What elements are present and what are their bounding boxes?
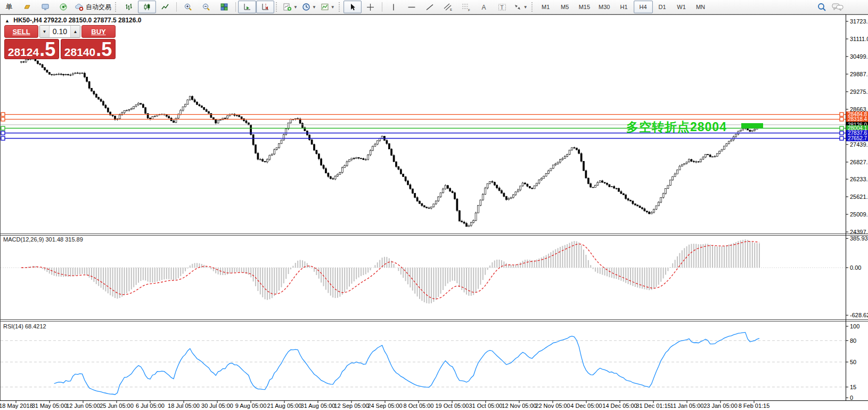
lot-size-value[interactable]: 0.10 xyxy=(49,26,71,37)
svg-text:A: A xyxy=(481,4,486,11)
dropdown-caret-icon: ▼ xyxy=(523,5,528,10)
vertical-line-icon xyxy=(390,3,397,11)
svg-text:12 Sep 05:00: 12 Sep 05:00 xyxy=(334,403,369,409)
arrows-tool-button[interactable]: ▼ xyxy=(511,1,530,13)
rsi-indicator-label: RSI(14) 68.4212 xyxy=(3,323,46,329)
svg-text:21 Aug 05:00: 21 Aug 05:00 xyxy=(267,403,302,409)
svg-text:31111.0: 31111.0 xyxy=(850,36,868,42)
text-label-tool-button[interactable]: T xyxy=(493,1,511,13)
svg-text:31 Dec 01:15: 31 Dec 01:15 xyxy=(636,403,670,409)
svg-text:4 Dec 05:00: 4 Dec 05:00 xyxy=(570,403,602,409)
new-order-button[interactable]: 单 xyxy=(0,1,18,13)
autotrading-button[interactable]: 自动交易 xyxy=(72,1,113,13)
svg-text:14 Dec 05:00: 14 Dec 05:00 xyxy=(602,403,637,409)
time-axis[interactable]: 18 May 201831 May 05:0012 Jun 05:0025 Ju… xyxy=(0,401,769,409)
svg-text:26827.0: 26827.0 xyxy=(850,159,868,165)
svg-text:100: 100 xyxy=(850,323,859,329)
candlestick-chart-type-button[interactable] xyxy=(138,1,156,13)
toolbar-separator xyxy=(235,2,236,12)
timeframe-m15-button[interactable]: M15 xyxy=(575,1,594,13)
svg-text:385.93: 385.93 xyxy=(850,235,868,242)
svg-text:0.00: 0.00 xyxy=(850,264,861,271)
svg-text:9 Aug 05:00: 9 Aug 05:00 xyxy=(235,403,267,409)
ohlc-bars-icon xyxy=(125,3,133,11)
equidistant-channel-tool-button[interactable]: E xyxy=(439,1,457,13)
buy-label: BUY xyxy=(91,28,105,36)
chart-canvas[interactable]: 31723.031111.030499.029887.029275.028663… xyxy=(0,0,868,410)
pivot-annotation-text: 多空转折点28004 xyxy=(626,119,727,135)
line-handle[interactable] xyxy=(840,131,844,135)
timeframe-d1-button[interactable]: D1 xyxy=(653,1,672,13)
templates-button[interactable]: ▼ xyxy=(318,1,337,13)
lot-decrease-button[interactable]: ▼ xyxy=(40,26,49,37)
vertical-line-tool-button[interactable] xyxy=(384,1,403,13)
buy-button[interactable]: BUY xyxy=(81,25,116,38)
crosshair-tool-button[interactable] xyxy=(362,1,380,13)
line-chart-icon xyxy=(161,3,169,11)
timeframe-mn-button[interactable]: MN xyxy=(691,1,710,13)
bar-chart-type-button[interactable] xyxy=(120,1,138,13)
line-chart-type-button[interactable] xyxy=(156,1,174,13)
fibonacci-tool-button[interactable]: F xyxy=(457,1,475,13)
rsi-line xyxy=(54,332,759,395)
arrows-icon xyxy=(513,3,522,11)
line-handle[interactable] xyxy=(1,117,5,121)
trendline-tool-button[interactable] xyxy=(421,1,439,13)
tile-windows-button[interactable] xyxy=(215,1,233,13)
periods-button[interactable]: ▼ xyxy=(300,1,318,13)
price-axis[interactable]: 31723.031111.030499.029887.029275.028663… xyxy=(846,18,868,235)
line-handle[interactable] xyxy=(840,126,844,130)
indicators-button[interactable]: ▼ xyxy=(281,1,300,13)
macd-signal-line xyxy=(21,242,759,299)
timeframe-w1-button[interactable]: W1 xyxy=(672,1,691,13)
svg-text:12 Jun 05:00: 12 Jun 05:00 xyxy=(66,403,100,409)
signal-button[interactable] xyxy=(54,1,72,13)
sell-button[interactable]: SELL xyxy=(4,25,38,38)
toolbar-grip xyxy=(531,2,534,12)
zoom-out-button[interactable] xyxy=(197,1,215,13)
channel-icon: E xyxy=(443,3,453,11)
line-handle[interactable] xyxy=(840,117,844,121)
svg-text:6 Jul 05:00: 6 Jul 05:00 xyxy=(136,403,165,409)
line-handle[interactable] xyxy=(1,112,5,116)
cursor-tool-button[interactable] xyxy=(343,1,362,13)
chart-symbol-period: HK50-,H4 xyxy=(13,17,42,24)
chart-shift-button[interactable] xyxy=(256,1,274,13)
horizontal-line-icon xyxy=(407,3,416,11)
svg-text:11 Jan 05:00: 11 Jan 05:00 xyxy=(670,403,704,409)
chart-ohlc-values: 27922.0 28150.0 27877.5 28126.0 xyxy=(44,17,142,24)
sell-price-box[interactable]: 28124 .5 xyxy=(4,39,59,59)
timeframe-h4-button[interactable]: H4 xyxy=(634,1,653,13)
timeframe-m30-button[interactable]: M30 xyxy=(594,1,614,13)
line-handle[interactable] xyxy=(840,136,844,140)
collapse-arrow-icon: ▲ xyxy=(5,18,10,23)
svg-text:25009.0: 25009.0 xyxy=(850,211,868,218)
clock-icon xyxy=(302,3,310,11)
buy-price-box[interactable]: 28140 .5 xyxy=(61,39,116,59)
trendline-icon xyxy=(425,3,434,11)
autotrading-label: 自动交易 xyxy=(86,3,111,12)
horizontal-line-tool-button[interactable] xyxy=(403,1,421,13)
svg-text:T: T xyxy=(500,4,503,10)
svg-text:18 Jul 05:00: 18 Jul 05:00 xyxy=(168,403,200,409)
main-toolbar: 单 自动交易 ▼ ▼ xyxy=(0,0,868,14)
terminal-button[interactable] xyxy=(36,1,54,13)
timeframe-m1-button[interactable]: M1 xyxy=(536,1,555,13)
timeframe-m5-button[interactable]: M5 xyxy=(555,1,575,13)
chat-icon[interactable] xyxy=(832,3,844,12)
signal-icon xyxy=(59,3,68,11)
lot-increase-button[interactable]: ▲ xyxy=(71,26,80,37)
zoom-out-icon xyxy=(202,3,210,11)
toolbar-grip xyxy=(115,2,118,12)
line-handle[interactable] xyxy=(1,131,5,135)
line-handle[interactable] xyxy=(1,136,5,140)
search-icon[interactable] xyxy=(817,3,826,12)
zoom-in-button[interactable] xyxy=(179,1,197,13)
text-tool-button[interactable]: A xyxy=(475,1,493,13)
line-handle[interactable] xyxy=(1,126,5,130)
gold-symbol-button[interactable] xyxy=(18,1,36,13)
timeframe-h1-button[interactable]: H1 xyxy=(615,1,634,13)
auto-scroll-button[interactable] xyxy=(238,1,256,13)
line-handle[interactable] xyxy=(840,112,844,116)
text-label-icon: T xyxy=(498,3,506,11)
